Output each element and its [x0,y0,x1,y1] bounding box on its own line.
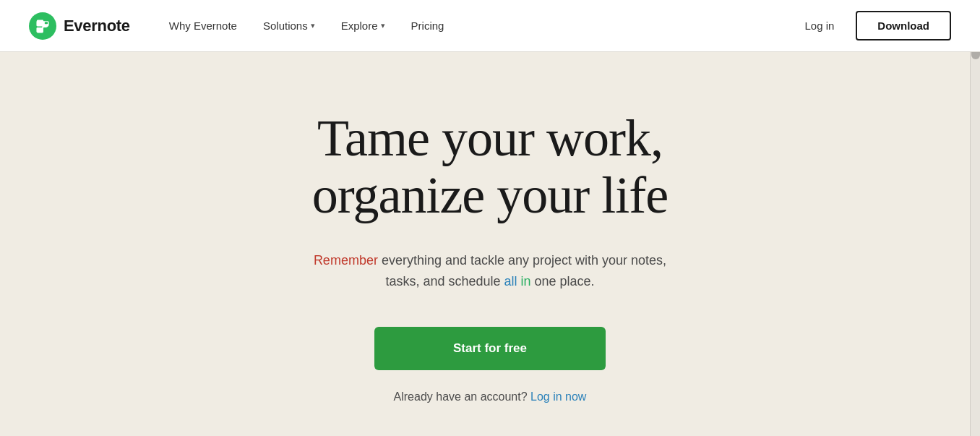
subtitle-highlight-all: all [504,274,517,288]
logo-link[interactable]: Evernote [29,12,130,40]
scrollbar[interactable] [970,0,980,436]
download-button[interactable]: Download [856,11,951,40]
nav-why-evernote[interactable]: Why Evernote [159,14,247,38]
login-button[interactable]: Log in [794,14,844,38]
start-for-free-button[interactable]: Start for free [374,327,606,370]
navbar: Evernote Why Evernote Solutions ▾ Explor… [0,0,980,52]
subtitle-highlight-remember: Remember [314,253,378,268]
logo-text: Evernote [64,17,130,35]
nav-actions: Log in Download [794,11,951,40]
login-now-link[interactable]: Log in now [530,390,586,403]
hero-title: Tame your work, organize your life [312,110,668,224]
subtitle-highlight-in: in [521,274,531,288]
nav-solutions[interactable]: Solutions ▾ [253,14,325,38]
hero-section: Tame your work, organize your life Remem… [0,52,980,436]
account-prompt-text: Already have an account? Log in now [394,390,587,403]
nav-links: Why Evernote Solutions ▾ Explore ▾ Prici… [159,14,795,38]
nav-explore[interactable]: Explore ▾ [331,14,395,38]
hero-subtitle: Remember everything and tackle any proje… [295,250,685,292]
nav-pricing[interactable]: Pricing [401,14,455,38]
solutions-chevron-icon: ▾ [311,21,315,30]
explore-chevron-icon: ▾ [381,21,385,30]
evernote-logo-icon [29,12,56,40]
